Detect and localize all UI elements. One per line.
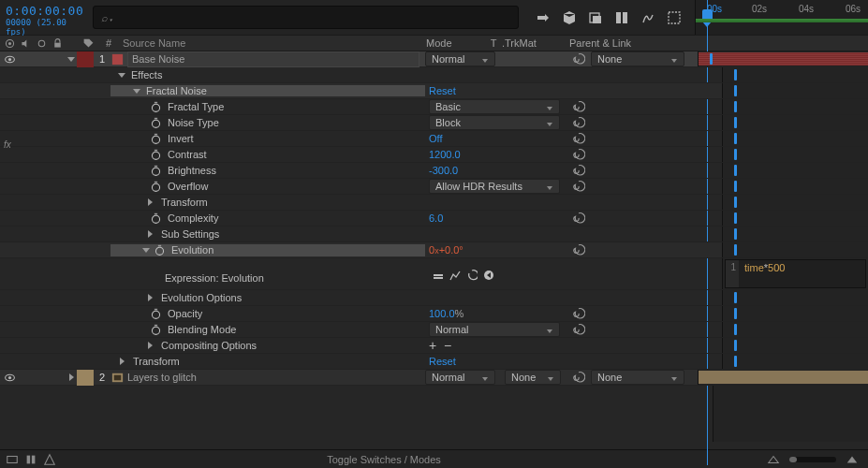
graph-editor-icon[interactable] (640, 10, 655, 25)
shy-icon[interactable] (536, 10, 551, 25)
stopwatch-icon[interactable] (150, 212, 162, 225)
complexity-value[interactable]: 6.0 (429, 212, 443, 224)
twirl-transform-sub[interactable] (144, 197, 155, 208)
expression-code[interactable]: time*500 (739, 260, 865, 287)
pickwhip-icon[interactable] (572, 100, 585, 113)
evolution-value[interactable]: 0x+0.0° (429, 244, 463, 256)
toggle-switches-button[interactable]: Toggle Switches / Modes (56, 454, 712, 465)
twirl-evolution[interactable] (140, 244, 152, 256)
cube-icon[interactable] (562, 10, 577, 25)
shy-toggle-icon[interactable] (43, 453, 56, 466)
stopwatch-icon[interactable] (150, 117, 162, 129)
t-column-header[interactable]: T (485, 37, 502, 49)
pickwhip-icon[interactable] (572, 164, 585, 177)
prop-compositing-options[interactable]: Compositing Options + − (0, 338, 868, 354)
expression-language-icon[interactable] (483, 270, 494, 281)
time-ruler[interactable]: 00s 02s 04s 06s (695, 0, 868, 35)
zoom-in-icon[interactable] (846, 453, 859, 466)
layer-bar-1[interactable] (699, 52, 868, 66)
trkmat-column-header[interactable]: .TrkMat (502, 37, 564, 49)
fractal-reset[interactable]: Reset (429, 85, 456, 96)
invert-value[interactable]: Off (429, 133, 442, 144)
twirl-fractal[interactable] (131, 85, 142, 96)
expression-pickwhip-icon[interactable] (466, 270, 478, 281)
eye-icon[interactable] (4, 372, 16, 384)
video-eye-header-icon[interactable] (4, 37, 16, 50)
brightness-value[interactable]: -300.0 (429, 165, 458, 176)
twirl-layer-transform[interactable] (116, 356, 127, 367)
frame-blending-icon[interactable] (24, 453, 37, 466)
stopwatch-icon[interactable] (150, 165, 162, 177)
pickwhip-icon[interactable] (572, 180, 585, 193)
transform-reset[interactable]: Reset (429, 356, 456, 367)
twirl-compositing[interactable] (144, 340, 155, 351)
pickwhip-icon[interactable] (572, 371, 585, 384)
current-time-display[interactable]: 0:00:00:00 00000 (25.00 fps) (0, 0, 89, 35)
layer-bar-2[interactable] (699, 371, 868, 384)
stopwatch-icon[interactable] (154, 244, 166, 256)
twirl-layer-1[interactable] (66, 53, 77, 65)
pickwhip-icon[interactable] (572, 148, 585, 161)
prop-transform-subgroup[interactable]: Transform (0, 195, 868, 211)
blend-mode-dropdown-1[interactable]: Normal (425, 51, 495, 66)
search-input[interactable]: ⌕▾ (93, 6, 519, 29)
stopwatch-icon[interactable] (150, 149, 162, 161)
pickwhip-icon[interactable] (572, 52, 585, 66)
mode-column-header[interactable]: Mode (422, 37, 485, 49)
twirl-evolution-options[interactable] (144, 292, 155, 303)
parent-dropdown-2[interactable]: None (591, 370, 684, 385)
twirl-sub-settings[interactable] (144, 228, 155, 240)
work-area-bar[interactable] (696, 19, 868, 22)
eye-icon[interactable] (4, 53, 16, 66)
expression-editor[interactable]: 1 time*500 (725, 259, 866, 288)
pickwhip-icon[interactable] (572, 212, 585, 225)
stopwatch-icon[interactable] (150, 308, 162, 320)
zoom-slider[interactable] (789, 457, 836, 462)
opacity-value[interactable]: 100.0 (429, 308, 455, 319)
effects-group-row[interactable]: Effects (0, 67, 868, 83)
stopwatch-icon[interactable] (150, 101, 162, 113)
brainstorm-icon[interactable] (667, 10, 682, 25)
overflow-dropdown[interactable]: Allow HDR Results (429, 179, 560, 194)
layer-transform-group[interactable]: Transform Reset (0, 354, 868, 370)
layer-label-color-1[interactable] (77, 51, 94, 67)
parent-dropdown-1[interactable]: None (591, 51, 684, 66)
pickwhip-icon[interactable] (572, 323, 585, 336)
expression-enable-icon[interactable] (433, 270, 444, 281)
source-name-column-header[interactable]: Source Name (117, 37, 422, 49)
motion-blur-icon[interactable] (614, 10, 629, 25)
layer-label-color-2[interactable] (77, 370, 94, 386)
expression-graph-icon[interactable] (449, 270, 461, 281)
layer-row-1[interactable]: 1 Base Noise Normal None (0, 51, 868, 67)
twirl-effects[interactable] (116, 69, 127, 80)
solo-header-icon[interactable] (36, 37, 48, 50)
stopwatch-icon[interactable] (150, 133, 162, 145)
pickwhip-icon[interactable] (572, 243, 585, 256)
zoom-out-icon[interactable] (767, 453, 780, 466)
parent-column-header[interactable]: Parent & Link (564, 37, 695, 49)
fractal-type-dropdown[interactable]: Basic (429, 99, 560, 114)
pickwhip-icon[interactable] (572, 307, 585, 320)
prop-sub-settings[interactable]: Sub Settings (0, 227, 868, 242)
layer-row-2[interactable]: 2 Layers to glitch Normal None None (0, 370, 868, 386)
lock-header-icon[interactable] (51, 37, 64, 50)
pickwhip-icon[interactable] (572, 132, 585, 145)
layer-name-input-1[interactable]: Base Noise (127, 51, 419, 67)
layer-name-2[interactable]: Layers to glitch (127, 372, 197, 383)
render-queue-icon[interactable] (6, 453, 19, 466)
index-column-header[interactable]: # (100, 37, 117, 49)
timecode-main[interactable]: 0:00:00:00 (6, 4, 83, 18)
twirl-layer-2[interactable] (66, 372, 77, 383)
prop-evolution-options[interactable]: Evolution Options (0, 290, 868, 306)
effect-blend-mode-dropdown[interactable]: Normal (429, 322, 560, 337)
add-remove-icons[interactable]: + − (429, 338, 453, 353)
label-color-header-icon[interactable] (82, 37, 95, 50)
noise-type-dropdown[interactable]: Block (429, 115, 560, 130)
blend-mode-dropdown-2[interactable]: Normal (425, 370, 495, 385)
stopwatch-icon[interactable] (150, 181, 162, 193)
pickwhip-icon[interactable] (572, 116, 585, 129)
trkmat-dropdown-2[interactable]: None (505, 370, 561, 385)
frame-blend-icon[interactable] (588, 10, 603, 25)
stopwatch-icon[interactable] (150, 324, 162, 336)
fractal-noise-effect-row[interactable]: Fractal Noise Reset (0, 83, 868, 99)
